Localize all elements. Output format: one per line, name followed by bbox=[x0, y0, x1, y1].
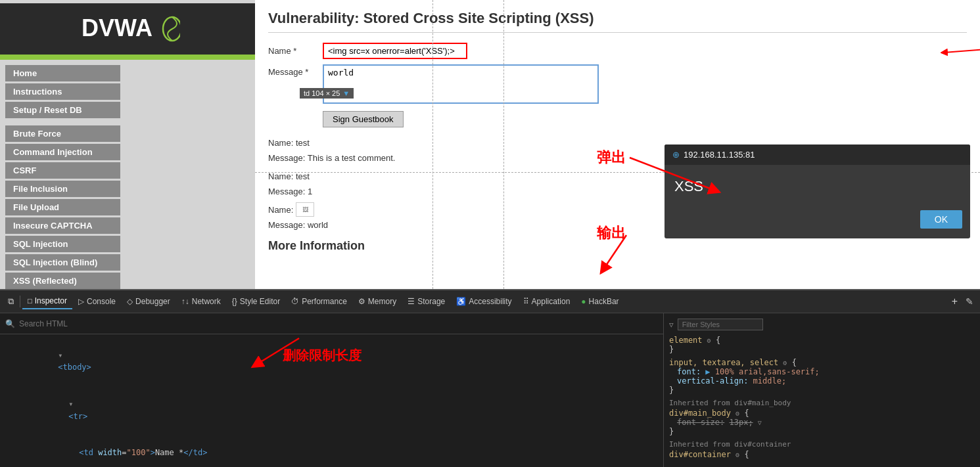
html-panel: 🔍 ▾ <tbody> ▾ <tr> <td width="100">Name … bbox=[0, 313, 664, 467]
sign-guestbook-button[interactable]: Sign Guestbook bbox=[323, 111, 404, 127]
inherited-container: Inherited from div#container bbox=[669, 440, 975, 449]
tab-style-editor[interactable]: {} Style Editor bbox=[227, 294, 285, 309]
nav-item-brute-force[interactable]: Brute Force bbox=[5, 125, 120, 142]
styles-panel: ▽ element ⚙ { } input, textarea, select … bbox=[664, 313, 980, 467]
tab-console[interactable]: ▷ Console bbox=[73, 294, 121, 309]
html-search-bar: 🔍 bbox=[0, 313, 663, 334]
filter-toggle[interactable]: ▽ bbox=[758, 419, 762, 426]
more-info: More Information bbox=[268, 239, 967, 253]
pick-element-icon[interactable]: ✎ bbox=[963, 295, 976, 308]
separator-1 bbox=[20, 296, 20, 307]
dvwa-header: DVWA bbox=[0, 3, 255, 55]
message-label: Message * bbox=[268, 64, 317, 77]
alert-dialog: ⊕ 192.168.11.135:81 XSS OK bbox=[665, 145, 970, 238]
html-line-tbody: ▾ <tbody> bbox=[0, 337, 663, 386]
inspector-icon: □ bbox=[28, 297, 32, 305]
network-icon: ↑↓ bbox=[181, 297, 189, 306]
svg-text:DVWA: DVWA bbox=[82, 14, 152, 41]
search-icon: 🔍 bbox=[5, 319, 15, 328]
tab-inspector[interactable]: □ Inspector bbox=[22, 294, 72, 309]
triangle-tbody[interactable]: ▾ bbox=[58, 351, 62, 360]
devtools-panel: ⧉ □ Inspector ▷ Console ◇ Debugger ↑↓ Ne… bbox=[0, 289, 980, 467]
tab-network[interactable]: ↑↓ Network bbox=[176, 294, 226, 309]
devtools-body: 🔍 ▾ <tbody> ▾ <tr> <td width="100">Name … bbox=[0, 313, 980, 467]
svg-line-2 bbox=[944, 49, 980, 53]
tag-tbody: <tbody> bbox=[58, 363, 91, 372]
message-input[interactable]: world bbox=[323, 64, 599, 104]
page-title: Vulnerability: Stored Cross Site Scripti… bbox=[268, 10, 967, 33]
alert-header: ⊕ 192.168.11.135:81 bbox=[665, 145, 970, 165]
sign-btn-row: Sign Guestbook bbox=[268, 111, 967, 127]
style-selector-main-body: div#main_body bbox=[669, 409, 735, 418]
filter-icon: ▽ bbox=[669, 321, 674, 329]
style-block-container: div#container ⚙ { bbox=[669, 450, 975, 459]
name-label: Name * bbox=[268, 46, 317, 56]
responsive-icon[interactable]: ⧉ bbox=[4, 294, 18, 309]
debugger-icon: ◇ bbox=[127, 297, 133, 306]
tab-accessibility[interactable]: ♿ Accessibility bbox=[451, 294, 517, 309]
style-block-input: input, textarea, select ⚙ { font: ▶ 100%… bbox=[669, 358, 975, 395]
devtools-toolbar: ⧉ □ Inspector ▷ Console ◇ Debugger ↑↓ Ne… bbox=[0, 290, 980, 313]
resize-handle: ▼ bbox=[342, 89, 350, 97]
memory-icon: ⚙ bbox=[358, 297, 365, 306]
style-block-element: element ⚙ { } bbox=[669, 336, 975, 354]
style-edit-icon-main-body[interactable]: ⚙ bbox=[735, 410, 739, 417]
arrow-input bbox=[941, 46, 980, 59]
alert-footer: OK bbox=[665, 205, 970, 238]
performance-icon: ⏱ bbox=[291, 297, 299, 306]
style-block-main-body: div#main_body ⚙ { font-size: 13px; ▽ } bbox=[669, 409, 975, 436]
tooltip-text: td 104 × 25 bbox=[304, 89, 340, 97]
left-nav: DVWA Home Instructions Setup / Reset DB … bbox=[0, 0, 255, 289]
browser-area: DVWA Home Instructions Setup / Reset DB … bbox=[0, 0, 980, 289]
nav-item-file-upload[interactable]: File Upload bbox=[5, 199, 120, 215]
nav-item-home[interactable]: Home bbox=[5, 65, 120, 81]
nav-item-command-injection[interactable]: Command Injection bbox=[5, 144, 120, 160]
hackbar-icon: ● bbox=[581, 297, 586, 306]
green-bar bbox=[0, 55, 255, 60]
tab-hackbar[interactable]: ● HackBar bbox=[576, 294, 624, 309]
style-edit-icon-element[interactable]: ⚙ bbox=[707, 337, 711, 344]
console-icon: ▷ bbox=[78, 297, 84, 306]
style-edit-icon-container[interactable]: ⚙ bbox=[735, 451, 739, 458]
nav-menu: Home Instructions Setup / Reset DB Brute… bbox=[0, 60, 255, 289]
html-line-td-name: <td width="100">Name *</td> bbox=[0, 435, 663, 467]
style-editor-icon: {} bbox=[232, 297, 237, 306]
style-edit-icon-input[interactable]: ⚙ bbox=[783, 359, 787, 367]
form-row-message: Message * world td 104 × 25 ▼ bbox=[268, 64, 967, 106]
application-icon: ⠿ bbox=[523, 297, 529, 306]
dvwa-logo: DVWA bbox=[75, 11, 180, 47]
add-icon[interactable]: + bbox=[949, 294, 960, 309]
style-selector-element: element bbox=[669, 336, 707, 345]
alert-content: XSS bbox=[665, 165, 970, 205]
filter-styles-input[interactable] bbox=[678, 319, 763, 330]
tab-storage[interactable]: ☰ Storage bbox=[402, 294, 450, 309]
nav-item-xss-reflected[interactable]: XSS (Reflected) bbox=[5, 273, 120, 289]
html-content: ▾ <tbody> ▾ <tr> <td width="100">Name *<… bbox=[0, 334, 663, 467]
nav-item-insecure-captcha[interactable]: Insecure CAPTCHA bbox=[5, 217, 120, 234]
styles-filter-bar: ▽ bbox=[669, 319, 975, 330]
nav-item-file-inclusion[interactable]: File Inclusion bbox=[5, 181, 120, 197]
td-tooltip: td 104 × 25 ▼ bbox=[300, 88, 354, 99]
nav-item-sql-injection[interactable]: SQL Injection bbox=[5, 236, 120, 252]
right-content: Vulnerability: Stored Cross Site Scripti… bbox=[255, 0, 980, 289]
triangle-tr1[interactable]: ▾ bbox=[68, 399, 73, 409]
globe-icon: ⊕ bbox=[672, 150, 680, 160]
broken-image-icon: 🖼 bbox=[296, 202, 314, 217]
name-input[interactable] bbox=[323, 43, 467, 59]
nav-item-instructions[interactable]: Instructions bbox=[5, 83, 120, 100]
nav-item-setup[interactable]: Setup / Reset DB bbox=[5, 102, 120, 118]
tab-debugger[interactable]: ◇ Debugger bbox=[122, 294, 175, 309]
alert-ok-button[interactable]: OK bbox=[920, 210, 962, 229]
storage-icon: ☰ bbox=[408, 297, 415, 306]
inherited-main-body: Inherited from div#main_body bbox=[669, 399, 975, 407]
accessibility-icon: ♿ bbox=[456, 297, 466, 306]
tab-performance[interactable]: ⏱ Performance bbox=[286, 294, 352, 309]
nav-item-sql-injection-blind[interactable]: SQL Injection (Blind) bbox=[5, 254, 120, 271]
form-row-name: Name * 输入 bbox=[268, 43, 967, 59]
tab-memory[interactable]: ⚙ Memory bbox=[353, 294, 402, 309]
alert-url: 192.168.11.135:81 bbox=[684, 150, 755, 160]
form-section: Name * 输入 Message * worl bbox=[268, 43, 967, 127]
tab-application[interactable]: ⠿ Application bbox=[518, 294, 576, 309]
nav-item-csrf[interactable]: CSRF bbox=[5, 162, 120, 179]
html-search-input[interactable] bbox=[19, 319, 658, 328]
